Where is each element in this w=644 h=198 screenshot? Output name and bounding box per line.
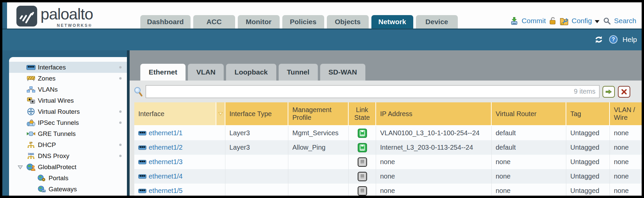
tab-network[interactable]: Network bbox=[371, 15, 413, 29]
link-down-icon bbox=[358, 186, 367, 196]
col-header-vlan-wire[interactable]: VLAN / Wire bbox=[610, 102, 642, 125]
sidebar-item-portals[interactable]: Portals bbox=[9, 172, 127, 184]
interface-icon bbox=[138, 174, 146, 179]
paloalto-logo-icon bbox=[16, 6, 37, 27]
cell-virtual-router: default bbox=[492, 126, 566, 140]
tab-policies[interactable]: Policies bbox=[282, 15, 324, 29]
cell-mgmt-profile: Mgmt_Services bbox=[288, 126, 349, 140]
subtab-loopback[interactable]: Loopback bbox=[226, 64, 276, 81]
table-row: ethernet1/3 none none Untagged non bbox=[134, 155, 642, 169]
sidebar-item-vlans[interactable]: VLANs bbox=[9, 84, 127, 95]
col-header-tag[interactable]: Tag bbox=[566, 102, 610, 125]
refresh-icon[interactable] bbox=[593, 35, 604, 44]
sidebar-item-zones[interactable]: Zones bbox=[9, 73, 127, 84]
commit-icon[interactable] bbox=[510, 17, 518, 25]
interfaces-table: Interface Interface Type Management Prof… bbox=[134, 102, 642, 196]
config-icon[interactable] bbox=[560, 17, 569, 25]
interface-icon bbox=[138, 160, 146, 164]
sidebar-item-gre-tunnels[interactable]: GRE Tunnels bbox=[9, 128, 127, 139]
tab-device[interactable]: Device bbox=[416, 15, 458, 29]
sidebar-item-gateways[interactable]: Gateways bbox=[9, 184, 127, 195]
commit-button[interactable]: Commit bbox=[521, 17, 546, 25]
expander-down-icon[interactable] bbox=[18, 165, 23, 169]
top-action-bar: Commit Config Search bbox=[510, 15, 636, 27]
brand-subtitle: NETWORKS® bbox=[57, 23, 92, 28]
help-icon[interactable]: ? bbox=[609, 35, 618, 44]
col-header-management-profile[interactable]: Management Profile bbox=[288, 102, 349, 125]
network-sidebar: Interfaces Zones VLANs bbox=[9, 57, 127, 196]
interface-icon bbox=[138, 189, 146, 193]
interface-link[interactable]: ethernet1/1 bbox=[149, 129, 183, 137]
lock-icon[interactable] bbox=[549, 17, 557, 25]
filter-bar: 9 items bbox=[134, 85, 630, 99]
subtab-tunnel[interactable]: Tunnel bbox=[279, 64, 318, 81]
table-header-row: Interface Interface Type Management Prof… bbox=[134, 102, 642, 126]
sidebar-item-virtual-wires[interactable]: Virtual Wires bbox=[9, 95, 127, 106]
cell-mgmt-profile bbox=[288, 184, 349, 196]
brand-name: paloalto bbox=[41, 4, 93, 24]
col-header-interface[interactable]: Interface bbox=[134, 102, 216, 125]
cell-tag: Untagged bbox=[566, 155, 610, 169]
search-button[interactable]: Search bbox=[614, 17, 636, 25]
paloalto-logo: paloalto NETWORKS® bbox=[16, 4, 93, 27]
subtab-vlan[interactable]: VLAN bbox=[188, 64, 224, 81]
cell-tag: Untagged bbox=[566, 184, 610, 196]
interface-link[interactable]: ethernet1/2 bbox=[149, 144, 183, 151]
apply-filter-button[interactable] bbox=[602, 86, 615, 98]
app-window: paloalto NETWORKS® Dashboard ACC Monitor… bbox=[0, 0, 644, 198]
help-label[interactable]: Help bbox=[623, 36, 637, 44]
virtual-wires-icon bbox=[27, 97, 35, 104]
config-dot bbox=[119, 144, 122, 146]
paloalto-logo-glyph bbox=[16, 6, 37, 27]
interface-link[interactable]: ethernet1/5 bbox=[149, 187, 183, 195]
cell-interface-type bbox=[225, 155, 288, 169]
col-header-interface-type[interactable]: Interface Type bbox=[225, 102, 288, 125]
link-up-icon bbox=[358, 129, 367, 138]
cell-ip-address: none bbox=[376, 169, 492, 184]
cell-ip-address: VLAN0100_L3_10-1-100-254--24 bbox=[376, 126, 492, 140]
sidebar-item-interfaces[interactable]: Interfaces bbox=[9, 62, 127, 73]
subtab-ethernet[interactable]: Ethernet bbox=[140, 64, 186, 81]
tab-monitor[interactable]: Monitor bbox=[238, 15, 280, 29]
sidebar-item-dhcp[interactable]: IP DHCP bbox=[9, 139, 127, 150]
gre-tunnels-icon bbox=[26, 131, 36, 137]
cell-link-state bbox=[349, 155, 376, 169]
link-down-icon bbox=[358, 157, 367, 167]
interface-link[interactable]: ethernet1/3 bbox=[149, 158, 183, 166]
cell-tag: Untagged bbox=[566, 169, 610, 184]
sidebar-item-dns-proxy[interactable]: DNS DNS Proxy bbox=[9, 150, 127, 161]
clear-filter-button[interactable] bbox=[618, 86, 630, 98]
search-icon[interactable] bbox=[603, 17, 611, 25]
portals-icon bbox=[37, 175, 46, 182]
cell-mgmt-profile bbox=[288, 155, 349, 169]
main-panel: Ethernet VLAN Loopback Tunnel SD-WAN 9 i… bbox=[130, 50, 642, 196]
interface-link[interactable]: ethernet1/4 bbox=[149, 172, 183, 180]
config-menu[interactable]: Config bbox=[572, 17, 592, 25]
svg-text:?: ? bbox=[612, 37, 615, 42]
col-header-link-state[interactable]: Link State bbox=[349, 102, 376, 125]
column-menu-button[interactable] bbox=[216, 102, 225, 125]
sidebar-item-globalprotect[interactable]: GlobalProtect bbox=[9, 161, 127, 172]
table-row: ethernet1/4 none none Untagged non bbox=[134, 169, 642, 184]
dhcp-icon: IP bbox=[27, 141, 35, 149]
cell-tag: Untagged bbox=[566, 140, 610, 155]
col-header-ip-address[interactable]: IP Address bbox=[376, 102, 492, 125]
ipsec-tunnels-icon bbox=[26, 119, 35, 127]
tab-dashboard[interactable]: Dashboard bbox=[140, 15, 191, 29]
svg-text:DNS: DNS bbox=[28, 152, 34, 156]
caret-down-icon[interactable] bbox=[595, 20, 599, 23]
pan-os-page: paloalto NETWORKS® Dashboard ACC Monitor… bbox=[2, 2, 642, 196]
subtab-sdwan[interactable]: SD-WAN bbox=[320, 64, 365, 81]
dns-proxy-icon: DNS bbox=[27, 152, 35, 160]
tab-objects[interactable]: Objects bbox=[327, 15, 369, 29]
cell-ip-address: Internet_L3_203-0-113-254--24 bbox=[376, 140, 492, 155]
link-down-icon bbox=[358, 172, 367, 181]
sidebar-item-ipsec-tunnels[interactable]: IPSec Tunnels bbox=[9, 117, 127, 128]
top-header-band: paloalto NETWORKS® Dashboard ACC Monitor… bbox=[7, 2, 642, 29]
sidebar-item-virtual-routers[interactable]: Virtual Routers bbox=[9, 106, 127, 117]
cell-virtual-router: none bbox=[492, 169, 566, 184]
filter-input[interactable] bbox=[146, 85, 599, 98]
cell-virtual-router: none bbox=[492, 155, 566, 169]
col-header-virtual-router[interactable]: Virtual Router bbox=[492, 102, 566, 125]
tab-acc[interactable]: ACC bbox=[193, 15, 235, 29]
